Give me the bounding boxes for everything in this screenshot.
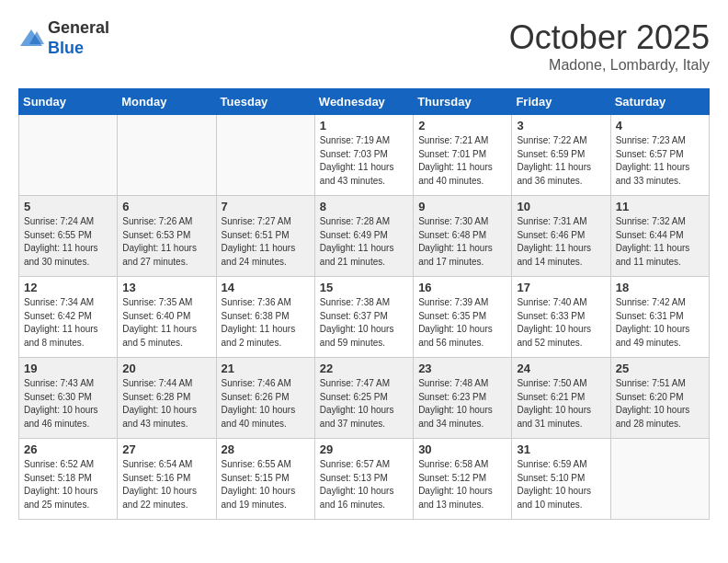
day-info: Sunrise: 7:31 AM Sunset: 6:46 PM Dayligh… bbox=[517, 215, 605, 269]
day-number: 30 bbox=[418, 442, 506, 456]
logo-icon bbox=[18, 28, 44, 50]
table-row: 14Sunrise: 7:36 AM Sunset: 6:38 PM Dayli… bbox=[216, 277, 314, 358]
day-number: 21 bbox=[222, 362, 310, 375]
logo: General Blue bbox=[18, 18, 109, 58]
logo-general-text: General bbox=[48, 18, 109, 39]
day-info: Sunrise: 7:42 AM Sunset: 6:31 PM Dayligh… bbox=[616, 296, 704, 350]
day-info: Sunrise: 7:26 AM Sunset: 6:53 PM Dayligh… bbox=[122, 215, 210, 269]
day-info: Sunrise: 7:40 AM Sunset: 6:33 PM Dayligh… bbox=[517, 296, 605, 350]
day-info: Sunrise: 7:35 AM Sunset: 6:40 PM Dayligh… bbox=[122, 296, 210, 350]
table-row: 9Sunrise: 7:30 AM Sunset: 6:48 PM Daylig… bbox=[414, 196, 512, 277]
day-info: Sunrise: 7:27 AM Sunset: 6:51 PM Dayligh… bbox=[222, 215, 310, 269]
table-row: 10Sunrise: 7:31 AM Sunset: 6:46 PM Dayli… bbox=[512, 196, 610, 277]
day-info: Sunrise: 7:19 AM Sunset: 7:03 PM Dayligh… bbox=[320, 134, 408, 188]
day-info: Sunrise: 7:51 AM Sunset: 6:20 PM Dayligh… bbox=[616, 377, 704, 431]
table-row: 31Sunrise: 6:59 AM Sunset: 5:10 PM Dayli… bbox=[512, 439, 610, 520]
day-info: Sunrise: 7:47 AM Sunset: 6:25 PM Dayligh… bbox=[320, 377, 408, 431]
day-info: Sunrise: 7:44 AM Sunset: 6:28 PM Dayligh… bbox=[122, 377, 210, 431]
table-row: 2Sunrise: 7:21 AM Sunset: 7:01 PM Daylig… bbox=[414, 115, 512, 196]
day-info: Sunrise: 7:38 AM Sunset: 6:37 PM Dayligh… bbox=[320, 296, 408, 350]
day-number: 31 bbox=[517, 442, 605, 456]
location-subtitle: Madone, Lombardy, Italy bbox=[509, 57, 710, 74]
table-row: 3Sunrise: 7:22 AM Sunset: 6:59 PM Daylig… bbox=[512, 115, 610, 196]
header-saturday: Saturday bbox=[610, 89, 709, 115]
day-number: 18 bbox=[616, 281, 704, 294]
table-row: 17Sunrise: 7:40 AM Sunset: 6:33 PM Dayli… bbox=[512, 277, 610, 358]
day-number: 4 bbox=[616, 119, 704, 132]
table-row: 6Sunrise: 7:26 AM Sunset: 6:53 PM Daylig… bbox=[118, 196, 216, 277]
day-info: Sunrise: 6:58 AM Sunset: 5:12 PM Dayligh… bbox=[418, 458, 506, 511]
day-number: 6 bbox=[122, 200, 210, 213]
day-number: 24 bbox=[517, 362, 605, 375]
table-row bbox=[216, 115, 314, 196]
table-row: 15Sunrise: 7:38 AM Sunset: 6:37 PM Dayli… bbox=[314, 277, 413, 358]
day-info: Sunrise: 7:23 AM Sunset: 6:57 PM Dayligh… bbox=[616, 134, 704, 188]
calendar-week-row: 26Sunrise: 6:52 AM Sunset: 5:18 PM Dayli… bbox=[19, 439, 710, 520]
month-title: October 2025 bbox=[509, 18, 710, 57]
day-number: 2 bbox=[418, 119, 506, 132]
table-row: 24Sunrise: 7:50 AM Sunset: 6:21 PM Dayli… bbox=[512, 358, 610, 439]
day-info: Sunrise: 7:32 AM Sunset: 6:44 PM Dayligh… bbox=[616, 215, 704, 269]
day-info: Sunrise: 7:43 AM Sunset: 6:30 PM Dayligh… bbox=[24, 377, 112, 431]
day-info: Sunrise: 7:30 AM Sunset: 6:48 PM Dayligh… bbox=[418, 215, 506, 269]
day-info: Sunrise: 7:28 AM Sunset: 6:49 PM Dayligh… bbox=[320, 215, 408, 269]
day-number: 27 bbox=[122, 442, 210, 456]
day-number: 13 bbox=[122, 281, 210, 294]
day-info: Sunrise: 6:52 AM Sunset: 5:18 PM Dayligh… bbox=[24, 458, 112, 511]
calendar-week-row: 19Sunrise: 7:43 AM Sunset: 6:30 PM Dayli… bbox=[19, 358, 710, 439]
day-info: Sunrise: 7:48 AM Sunset: 6:23 PM Dayligh… bbox=[418, 377, 506, 431]
table-row: 18Sunrise: 7:42 AM Sunset: 6:31 PM Dayli… bbox=[610, 277, 709, 358]
table-row: 27Sunrise: 6:54 AM Sunset: 5:16 PM Dayli… bbox=[118, 439, 216, 520]
table-row: 20Sunrise: 7:44 AM Sunset: 6:28 PM Dayli… bbox=[118, 358, 216, 439]
table-row: 11Sunrise: 7:32 AM Sunset: 6:44 PM Dayli… bbox=[610, 196, 709, 277]
day-info: Sunrise: 7:22 AM Sunset: 6:59 PM Dayligh… bbox=[517, 134, 605, 188]
table-row bbox=[118, 115, 216, 196]
calendar-week-row: 5Sunrise: 7:24 AM Sunset: 6:55 PM Daylig… bbox=[19, 196, 710, 277]
calendar-week-row: 12Sunrise: 7:34 AM Sunset: 6:42 PM Dayli… bbox=[19, 277, 710, 358]
calendar-week-row: 1Sunrise: 7:19 AM Sunset: 7:03 PM Daylig… bbox=[19, 115, 710, 196]
day-number: 10 bbox=[517, 200, 605, 213]
header-wednesday: Wednesday bbox=[314, 89, 413, 115]
table-row bbox=[610, 439, 709, 520]
calendar-table: Sunday Monday Tuesday Wednesday Thursday… bbox=[18, 88, 710, 520]
day-number: 23 bbox=[418, 362, 506, 375]
header-friday: Friday bbox=[512, 89, 610, 115]
day-info: Sunrise: 6:59 AM Sunset: 5:10 PM Dayligh… bbox=[517, 458, 605, 511]
header-sunday: Sunday bbox=[19, 89, 118, 115]
day-number: 1 bbox=[320, 119, 408, 132]
day-number: 22 bbox=[320, 362, 408, 375]
table-row: 30Sunrise: 6:58 AM Sunset: 5:12 PM Dayli… bbox=[414, 439, 512, 520]
logo-blue-text: Blue bbox=[48, 39, 109, 59]
day-info: Sunrise: 7:46 AM Sunset: 6:26 PM Dayligh… bbox=[222, 377, 310, 431]
day-number: 15 bbox=[320, 281, 408, 294]
day-number: 14 bbox=[222, 281, 310, 294]
table-row: 1Sunrise: 7:19 AM Sunset: 7:03 PM Daylig… bbox=[314, 115, 413, 196]
table-row: 29Sunrise: 6:57 AM Sunset: 5:13 PM Dayli… bbox=[314, 439, 413, 520]
day-info: Sunrise: 7:50 AM Sunset: 6:21 PM Dayligh… bbox=[517, 377, 605, 431]
logo-text: General Blue bbox=[48, 18, 109, 58]
title-block: October 2025 Madone, Lombardy, Italy bbox=[509, 18, 710, 74]
table-row: 21Sunrise: 7:46 AM Sunset: 6:26 PM Dayli… bbox=[216, 358, 314, 439]
day-info: Sunrise: 7:39 AM Sunset: 6:35 PM Dayligh… bbox=[418, 296, 506, 350]
day-number: 26 bbox=[24, 442, 112, 456]
day-number: 20 bbox=[122, 362, 210, 375]
table-row: 13Sunrise: 7:35 AM Sunset: 6:40 PM Dayli… bbox=[118, 277, 216, 358]
header-monday: Monday bbox=[118, 89, 216, 115]
day-number: 7 bbox=[222, 200, 310, 213]
table-row: 16Sunrise: 7:39 AM Sunset: 6:35 PM Dayli… bbox=[414, 277, 512, 358]
day-number: 12 bbox=[24, 281, 112, 294]
day-number: 5 bbox=[24, 200, 112, 213]
header-thursday: Thursday bbox=[414, 89, 512, 115]
table-row bbox=[19, 115, 118, 196]
day-number: 11 bbox=[616, 200, 704, 213]
table-row: 25Sunrise: 7:51 AM Sunset: 6:20 PM Dayli… bbox=[610, 358, 709, 439]
table-row: 26Sunrise: 6:52 AM Sunset: 5:18 PM Dayli… bbox=[19, 439, 118, 520]
day-info: Sunrise: 6:54 AM Sunset: 5:16 PM Dayligh… bbox=[122, 458, 210, 511]
day-info: Sunrise: 7:36 AM Sunset: 6:38 PM Dayligh… bbox=[222, 296, 310, 350]
table-row: 5Sunrise: 7:24 AM Sunset: 6:55 PM Daylig… bbox=[19, 196, 118, 277]
day-info: Sunrise: 7:34 AM Sunset: 6:42 PM Dayligh… bbox=[24, 296, 112, 350]
day-number: 17 bbox=[517, 281, 605, 294]
calendar-header-row: Sunday Monday Tuesday Wednesday Thursday… bbox=[19, 89, 710, 115]
day-info: Sunrise: 7:24 AM Sunset: 6:55 PM Dayligh… bbox=[24, 215, 112, 269]
day-info: Sunrise: 7:21 AM Sunset: 7:01 PM Dayligh… bbox=[418, 134, 506, 188]
